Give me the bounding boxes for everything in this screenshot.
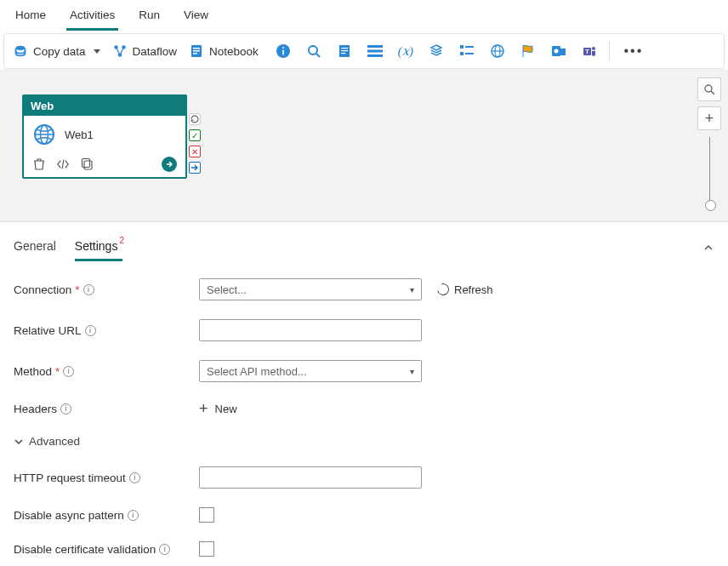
panel-collapse-button[interactable]: [702, 242, 714, 254]
panel-tabs: General Settings2: [14, 234, 122, 261]
svg-point-37: [705, 85, 712, 92]
svg-rect-22: [460, 52, 464, 55]
chevron-down-icon: ▾: [410, 367, 414, 376]
settings-error-badge: 2: [119, 236, 124, 245]
svg-point-2: [122, 45, 126, 49]
svg-rect-5: [193, 48, 200, 49]
disable-async-checkbox[interactable]: [199, 507, 214, 523]
svg-point-0: [16, 46, 26, 50]
headers-row: Headers i + New: [14, 401, 714, 416]
activity-name-label: Web1: [65, 129, 94, 141]
svg-rect-23: [465, 53, 474, 54]
tab-run[interactable]: Run: [135, 3, 163, 31]
connection-row: Connection * i Select... ▾ Refresh: [14, 278, 714, 300]
canvas-add-button[interactable]: +: [697, 106, 721, 130]
panel-tab-settings[interactable]: Settings2: [75, 234, 122, 261]
info-icon[interactable]: i: [129, 472, 140, 483]
copy-activity-icon[interactable]: [80, 157, 94, 171]
advanced-toggle[interactable]: Advanced: [14, 435, 714, 448]
connection-select-placeholder: Select...: [207, 283, 247, 296]
chevron-down-icon: [14, 437, 24, 447]
panel-tab-general[interactable]: General: [14, 234, 56, 261]
info-icon[interactable]: [276, 43, 291, 59]
pipeline-canvas[interactable]: Web Web1 ✓: [0, 69, 728, 222]
code-activity-icon[interactable]: [56, 157, 70, 171]
web-activity-icon: [32, 123, 56, 146]
activity-type-label: Web: [24, 96, 185, 116]
copy-data-icon: [13, 43, 28, 59]
http-timeout-input[interactable]: [199, 466, 422, 489]
handle-skip-icon[interactable]: [189, 113, 201, 125]
tab-view[interactable]: View: [180, 3, 212, 31]
relative-url-input[interactable]: [199, 319, 422, 341]
toolbar-icon-row: (𝑥) T: [276, 43, 597, 59]
new-header-button[interactable]: + New: [199, 401, 237, 416]
svg-rect-35: [84, 161, 92, 169]
disable-cert-checkbox[interactable]: [199, 541, 214, 557]
svg-rect-20: [460, 45, 464, 49]
notebook-icon: [189, 43, 204, 59]
script-icon[interactable]: [337, 43, 352, 59]
refresh-button[interactable]: Refresh: [437, 283, 493, 296]
search-icon[interactable]: [306, 43, 321, 59]
info-icon[interactable]: i: [159, 544, 170, 555]
svg-rect-6: [193, 50, 200, 52]
tab-home[interactable]: Home: [12, 3, 49, 31]
connection-select[interactable]: Select... ▾: [199, 278, 422, 300]
info-icon[interactable]: i: [128, 510, 139, 521]
handle-failure-icon[interactable]: ✕: [189, 146, 201, 157]
web-activity-card[interactable]: Web Web1: [22, 94, 187, 179]
svg-point-11: [309, 46, 317, 54]
dataflow-label: Dataflow: [133, 45, 178, 58]
svg-point-3: [117, 53, 122, 57]
svg-rect-36: [82, 159, 89, 168]
tab-activities[interactable]: Activities: [66, 3, 118, 31]
svg-line-12: [316, 54, 320, 57]
disable-cert-row: Disable certificate validation i: [14, 541, 714, 557]
globe-icon[interactable]: [490, 43, 505, 59]
disable-async-row: Disable async pattern i: [14, 507, 714, 523]
variable-icon[interactable]: (𝑥): [398, 43, 413, 59]
chevron-down-icon: ▾: [410, 285, 414, 294]
svg-rect-15: [341, 50, 348, 51]
relative-url-row: Relative URL i: [14, 319, 714, 341]
handle-success-icon[interactable]: ✓: [189, 129, 201, 141]
checklist-icon[interactable]: [459, 43, 475, 59]
delete-activity-icon[interactable]: [32, 157, 46, 171]
svg-point-31: [592, 47, 595, 50]
handle-completion-icon[interactable]: [189, 162, 201, 174]
info-icon[interactable]: i: [60, 403, 71, 414]
svg-rect-14: [341, 48, 348, 49]
info-icon[interactable]: i: [83, 284, 94, 295]
plus-icon: +: [199, 401, 208, 416]
toolbar-separator: [609, 40, 610, 62]
info-icon[interactable]: i: [63, 366, 74, 377]
method-select[interactable]: Select API method... ▾: [199, 360, 422, 382]
required-marker: *: [75, 283, 79, 296]
panel-tab-settings-label: Settings: [75, 239, 118, 253]
databricks-icon[interactable]: [429, 43, 444, 59]
method-select-placeholder: Select API method...: [207, 365, 307, 378]
run-activity-icon[interactable]: [162, 157, 177, 172]
svg-rect-19: [367, 54, 383, 57]
dataflow-button[interactable]: Dataflow: [112, 43, 178, 59]
outlook-icon[interactable]: [551, 43, 566, 59]
http-timeout-row: HTTP request timeout i: [14, 466, 714, 489]
settings-form: Connection * i Select... ▾ Refresh Relat…: [9, 261, 719, 557]
canvas-side-tools: +: [697, 77, 721, 205]
svg-rect-21: [465, 46, 474, 48]
svg-point-28: [554, 49, 558, 54]
relative-url-label: Relative URL: [14, 324, 82, 337]
teams-icon[interactable]: T: [582, 43, 597, 59]
info-icon[interactable]: i: [85, 325, 96, 336]
toolbar-overflow-button[interactable]: •••: [622, 43, 646, 59]
list-icon[interactable]: [367, 43, 383, 59]
flag-icon[interactable]: [520, 43, 536, 59]
svg-rect-9: [282, 50, 284, 55]
copy-data-button[interactable]: Copy data: [13, 43, 100, 59]
notebook-label: Notebook: [209, 45, 259, 58]
notebook-button[interactable]: Notebook: [189, 43, 259, 59]
new-label: New: [215, 403, 237, 415]
canvas-search-button[interactable]: [697, 77, 721, 101]
canvas-zoom-slider[interactable]: [697, 135, 721, 205]
